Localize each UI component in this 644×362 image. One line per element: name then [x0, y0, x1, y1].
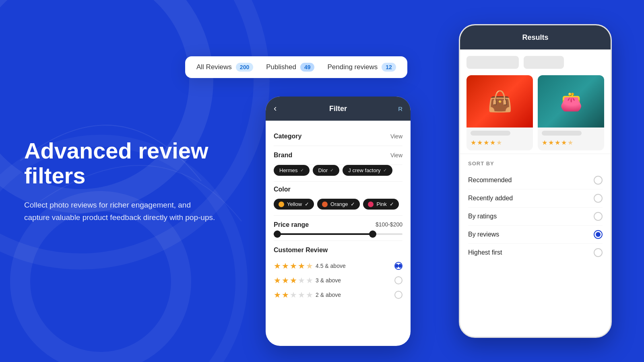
chip-pink[interactable]: Pink ✓	[363, 199, 398, 210]
chip-pink-check: ✓	[390, 201, 394, 207]
sort-recommended[interactable]: Recommended	[468, 171, 603, 189]
sub-text: Collect photo reviews for richer engagem…	[24, 199, 217, 224]
yellow-dot	[279, 202, 284, 207]
slider-thumb-left[interactable]	[274, 230, 281, 238]
price-value: $100-$200	[376, 221, 402, 228]
star2: ★	[282, 261, 289, 271]
chip-hermes-check: ✓	[300, 168, 304, 173]
s2: ★	[477, 139, 483, 146]
star1: ★	[274, 290, 281, 300]
s4: ★	[561, 139, 567, 146]
chip-pink-label: Pink	[376, 201, 386, 207]
svg-point-2	[20, 201, 181, 362]
radio-2[interactable]	[394, 291, 402, 299]
sort-highest-first-label: Highest first	[468, 249, 502, 256]
stars-3: ★ ★ ★ ★ ★	[274, 276, 313, 285]
sort-highest-first[interactable]: Highest first	[468, 244, 603, 261]
customer-review-label: Customer Review	[274, 247, 402, 254]
product-name-skeleton-1	[471, 131, 510, 136]
chip-dior[interactable]: Dior ✓	[313, 165, 340, 176]
top-skeletons	[460, 49, 611, 72]
sort-recently-added[interactable]: Recently added	[468, 189, 603, 208]
star3: ★	[290, 261, 297, 271]
chip-orange[interactable]: Orange ✓	[317, 199, 360, 210]
chip-yellow-label: Yellow	[287, 201, 302, 207]
star5-half: ★	[306, 261, 313, 271]
price-slider-track[interactable]	[274, 233, 402, 235]
product-image-red	[466, 75, 533, 128]
sort-by-ratings[interactable]: By ratings	[468, 208, 603, 226]
category-view[interactable]: View	[390, 133, 402, 140]
tab-all-reviews-badge: 200	[236, 63, 253, 72]
filter-phone: ‹ Filter R Category View Brand View Herm…	[266, 97, 411, 346]
product-name-skeleton-2	[542, 131, 582, 136]
brand-row: Brand View	[274, 146, 402, 165]
s1: ★	[542, 139, 547, 146]
slider-thumb-right[interactable]	[369, 230, 376, 238]
tab-all-reviews[interactable]: All Reviews 200	[196, 63, 253, 72]
chip-jcrew[interactable]: J crew factory ✓	[343, 165, 392, 176]
review-2-label: 2 & above	[316, 292, 341, 298]
filter-header: ‹ Filter R	[266, 97, 411, 121]
tab-card: All Reviews 200 Published 49 Pending rev…	[185, 56, 407, 78]
main-heading: Advanced review filters	[24, 138, 217, 188]
sort-by-ratings-radio[interactable]	[594, 212, 603, 221]
chip-jcrew-label: J crew factory	[348, 167, 380, 173]
brand-view[interactable]: View	[390, 152, 402, 158]
star5: ★	[306, 290, 313, 300]
pink-dot	[368, 202, 374, 207]
back-button[interactable]: ‹	[274, 103, 277, 114]
product-card-1[interactable]: ★ ★ ★ ★ ★	[466, 75, 533, 150]
radio-3[interactable]	[394, 276, 402, 284]
stars-2: ★ ★ ★ ★ ★	[274, 290, 313, 300]
review-row-2[interactable]: ★ ★ ★ ★ ★ 2 & above	[274, 288, 402, 302]
s5-half: ★	[496, 139, 502, 146]
stars-45: ★ ★ ★ ★ ★	[274, 261, 313, 271]
color-chips: Yellow ✓ Orange ✓ Pink ✓	[274, 193, 402, 216]
chip-hermes[interactable]: Hermes ✓	[274, 165, 310, 176]
sort-by-reviews[interactable]: By reviews	[468, 226, 603, 244]
star4: ★	[298, 261, 305, 271]
star3: ★	[290, 276, 297, 285]
tab-all-reviews-label: All Reviews	[196, 63, 232, 71]
results-phone: Results ★ ★ ★ ★ ★	[459, 24, 612, 338]
chip-jcrew-check: ✓	[383, 168, 387, 173]
sort-highest-first-radio[interactable]	[594, 248, 603, 257]
star2: ★	[282, 290, 289, 300]
review-row-45[interactable]: ★ ★ ★ ★ ★ 4.5 & above	[274, 259, 402, 273]
tab-published[interactable]: Published 49	[266, 63, 314, 72]
chip-dior-check: ✓	[330, 168, 334, 173]
tab-pending-badge: 12	[382, 63, 396, 72]
filter-title: Filter	[329, 105, 347, 113]
category-row: Category View	[274, 127, 402, 146]
reset-button[interactable]: R	[398, 105, 402, 112]
sort-recently-added-radio[interactable]	[594, 194, 603, 203]
star1: ★	[274, 261, 281, 271]
filter-body: Category View Brand View Hermes ✓ Dior ✓…	[266, 121, 411, 314]
product-card-2[interactable]: ★ ★ ★ ★ ★	[538, 75, 604, 150]
review-row-2-content: ★ ★ ★ ★ ★ 2 & above	[274, 290, 341, 300]
hero-content: Advanced review filters Collect photo re…	[24, 138, 217, 224]
results-header: Results	[460, 25, 611, 49]
star5: ★	[306, 276, 313, 285]
review-45-label: 4.5 & above	[316, 263, 346, 269]
brand-chips: Hermes ✓ Dior ✓ J crew factory ✓	[274, 165, 402, 182]
skeleton-bar-1	[466, 56, 519, 69]
review-3-label: 3 & above	[316, 277, 341, 284]
radio-45[interactable]	[394, 262, 402, 270]
review-row-3[interactable]: ★ ★ ★ ★ ★ 3 & above	[274, 273, 402, 288]
chip-yellow[interactable]: Yellow ✓	[274, 199, 314, 210]
price-section: Price range $100-$200	[274, 216, 402, 241]
sort-section: SORT BY Recommended Recently added By ra…	[460, 154, 611, 268]
orange-dot	[322, 202, 328, 207]
star3: ★	[290, 290, 297, 300]
price-label: Price range	[274, 221, 309, 228]
sort-by-reviews-radio[interactable]	[594, 230, 603, 239]
tab-pending[interactable]: Pending reviews 12	[327, 63, 396, 72]
sort-by-ratings-label: By ratings	[468, 213, 497, 220]
star4: ★	[298, 290, 305, 300]
chip-yellow-check: ✓	[305, 201, 309, 207]
s3: ★	[555, 139, 560, 146]
skeleton-bar-2	[524, 56, 564, 69]
sort-recommended-radio[interactable]	[594, 176, 603, 185]
